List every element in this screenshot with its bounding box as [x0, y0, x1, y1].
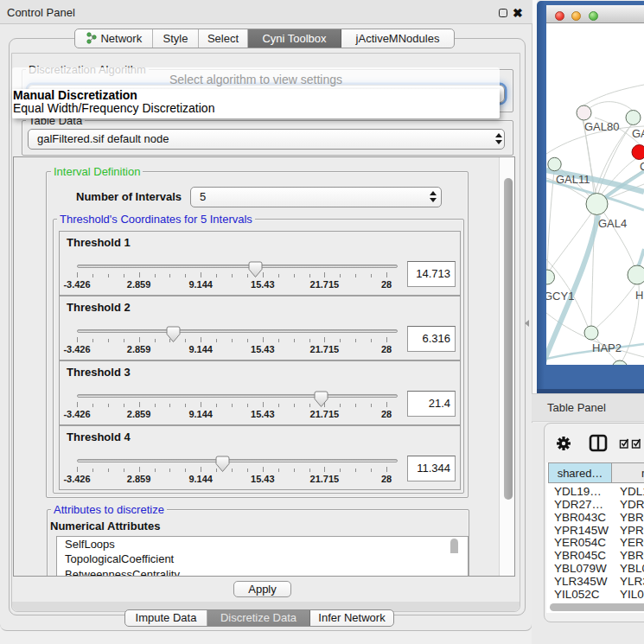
svg-text:GAL11: GAL11	[556, 173, 590, 186]
svg-text:C: C	[640, 160, 644, 173]
svg-text:GAL4: GAL4	[598, 217, 627, 230]
svg-text:GA: GA	[632, 127, 644, 140]
svg-text:GAL80: GAL80	[584, 120, 619, 133]
svg-text:GCY1: GCY1	[546, 290, 574, 303]
svg-text:HAP2: HAP2	[592, 341, 622, 354]
svg-text:H: H	[635, 289, 643, 302]
